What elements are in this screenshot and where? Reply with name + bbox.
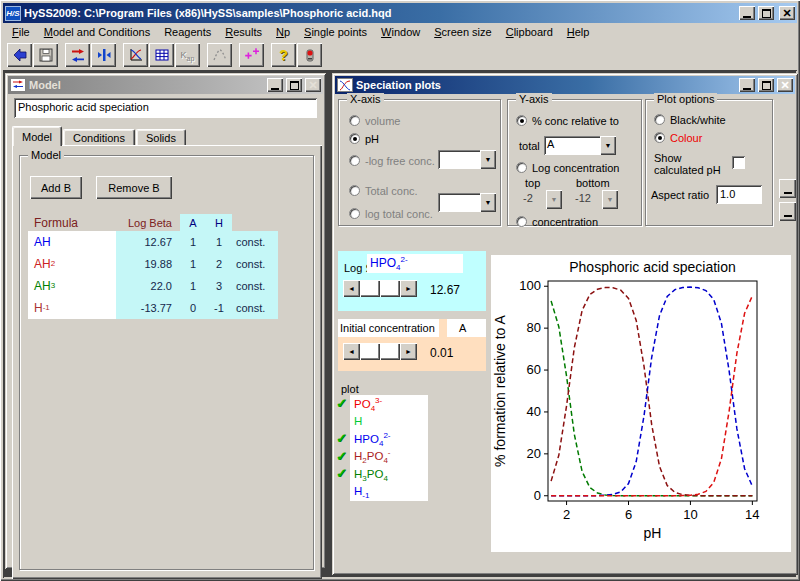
model-window-titlebar[interactable]: Model ✕ (8, 76, 323, 94)
log-bottom-combo[interactable]: -12 ▼ (572, 190, 618, 209)
tab-conditions[interactable]: Conditions (63, 129, 135, 146)
table-row[interactable]: AH322.013const. (28, 275, 278, 297)
maximize-button[interactable] (758, 6, 774, 20)
species-list-item[interactable]: ✓H2PO4- (350, 448, 428, 466)
formula-cell[interactable]: AH3 (28, 275, 116, 297)
table-button[interactable] (149, 43, 174, 67)
plots-maximize-button[interactable] (758, 78, 774, 92)
radio-icon[interactable] (349, 133, 360, 144)
species-list-item[interactable]: ✓HPO42- (350, 430, 428, 448)
a-cell[interactable]: 1 (180, 253, 206, 275)
about-button[interactable] (297, 43, 322, 67)
scroll-thumb[interactable] (360, 280, 380, 297)
plots-window-titlebar[interactable]: Speciation plots ✕ (335, 76, 795, 94)
h-cell[interactable]: 2 (206, 253, 232, 275)
scroll-right-icon[interactable]: ► (400, 343, 417, 360)
title-bar[interactable]: H/S HySS2009: C:\Program Files (x86)\HyS… (3, 3, 797, 23)
table-row[interactable]: AH12.6711const. (28, 231, 278, 253)
radio-log-total-conc[interactable]: log total conc. (349, 207, 433, 220)
scroll-left-icon[interactable]: ◄ (343, 280, 360, 297)
radio-black-white[interactable]: Black/white (654, 113, 726, 126)
species-list-item[interactable]: ✓PO43- (350, 395, 428, 413)
h-cell[interactable]: 3 (206, 275, 232, 297)
a-cell[interactable]: 1 (180, 275, 206, 297)
species-list-item[interactable]: H (350, 413, 428, 431)
radio-icon[interactable] (516, 216, 527, 227)
aspect-ratio-input[interactable]: 1.0 (716, 185, 762, 204)
radio-icon[interactable] (349, 155, 360, 166)
radio-volume[interactable]: volume (349, 114, 400, 127)
kap-button[interactable]: Kap (175, 43, 200, 67)
scroll-thumb[interactable] (360, 343, 380, 360)
chevron-down-icon[interactable]: ▼ (480, 150, 496, 169)
radio-pct-conc-relative[interactable]: % conc relative to (516, 114, 619, 127)
logbeta-species-box[interactable]: HPO42- (367, 254, 463, 273)
menu-item-screen-size[interactable]: Screen size (427, 24, 498, 41)
add-points-button[interactable] (239, 43, 264, 67)
formula-cell[interactable]: AH (28, 231, 116, 253)
chevron-down-icon[interactable]: ▼ (600, 136, 616, 155)
menu-item-model-and-conditions[interactable]: Model and Conditions (37, 24, 157, 41)
table-row[interactable]: AH219.8812const. (28, 253, 278, 275)
radio-total-conc[interactable]: Total conc. (349, 184, 418, 197)
swap-button[interactable] (65, 43, 90, 67)
check-icon[interactable]: ✓ (336, 449, 347, 464)
chevron-down-icon[interactable]: ▼ (602, 190, 618, 209)
tab-solids[interactable]: Solids (136, 129, 186, 146)
chevron-down-icon[interactable]: ▼ (480, 193, 496, 212)
logbeta-cell[interactable]: 22.0 (116, 275, 180, 297)
a-cell[interactable]: 0 (180, 297, 206, 319)
formula-cell[interactable]: H-1 (28, 297, 116, 319)
radio-icon[interactable] (654, 132, 665, 143)
h-cell[interactable]: 1 (206, 231, 232, 253)
chevron-down-icon[interactable]: ▼ (546, 190, 562, 209)
close-button[interactable]: ✕ (779, 6, 795, 20)
panel-resize-button-2[interactable] (779, 202, 796, 221)
show-calculated-ph-checkbox[interactable] (732, 156, 745, 169)
radio-log-free-conc[interactable]: -log free conc. (349, 154, 435, 167)
menu-item-results[interactable]: Results (218, 24, 269, 41)
scroll-thumb[interactable] (380, 280, 400, 297)
logbeta-cell[interactable]: -13.77 (116, 297, 180, 319)
species-list-item[interactable]: H-1 (350, 483, 428, 501)
table-row[interactable]: H-1-13.770-1const. (28, 297, 278, 319)
radio-icon[interactable] (516, 115, 527, 126)
menu-item-np[interactable]: Np (269, 24, 297, 41)
logbeta-scrollbar[interactable]: ◄ ► (343, 280, 417, 297)
scroll-left-icon[interactable]: ◄ (343, 343, 360, 360)
menu-item-reagents[interactable]: Reagents (157, 24, 218, 41)
check-icon[interactable]: ✓ (336, 396, 347, 411)
titration-button[interactable] (91, 43, 116, 67)
check-icon[interactable]: ✓ (336, 466, 347, 481)
radio-log-concentration[interactable]: Log concentration (516, 161, 619, 174)
radio-colour[interactable]: Colour (654, 131, 702, 144)
model-name-input[interactable]: Phosphoric acid speciation (14, 98, 317, 118)
plots-minimize-button[interactable] (739, 78, 755, 92)
help-button[interactable]: ? (271, 43, 296, 67)
minimize-button[interactable] (739, 6, 755, 20)
menu-item-single-points[interactable]: Single points (297, 24, 374, 41)
log-top-combo[interactable]: -2 ▼ (520, 190, 562, 209)
logbeta-cell[interactable]: 12.67 (116, 231, 180, 253)
a-cell[interactable]: 1 (180, 231, 206, 253)
model-minimize-button[interactable] (267, 78, 283, 92)
radio-concentration[interactable]: concentration (516, 215, 598, 228)
menu-item-help[interactable]: Help (560, 24, 597, 41)
radio-icon[interactable] (349, 185, 360, 196)
species-list-item[interactable]: ✓H3PO4 (350, 465, 428, 483)
menu-item-clipboard[interactable]: Clipboard (499, 24, 560, 41)
scroll-thumb[interactable] (380, 343, 400, 360)
flag-cell[interactable]: const. (232, 253, 278, 275)
radio-icon[interactable] (349, 208, 360, 219)
total-reagent-combo[interactable]: A ▼ (544, 136, 616, 155)
radio-icon[interactable] (654, 114, 665, 125)
add-b-button[interactable]: Add B (30, 176, 82, 199)
formula-cell[interactable]: AH2 (28, 253, 116, 275)
reagent-box[interactable]: A (447, 319, 486, 337)
log-total-conc-combo[interactable]: ▼ (438, 193, 496, 212)
tab-model[interactable]: Model (12, 126, 62, 146)
log-free-conc-combo[interactable]: ▼ (438, 150, 496, 169)
menu-item-window[interactable]: Window (374, 24, 427, 41)
peak-button[interactable] (207, 43, 232, 67)
menu-item-file[interactable]: File (5, 24, 37, 41)
